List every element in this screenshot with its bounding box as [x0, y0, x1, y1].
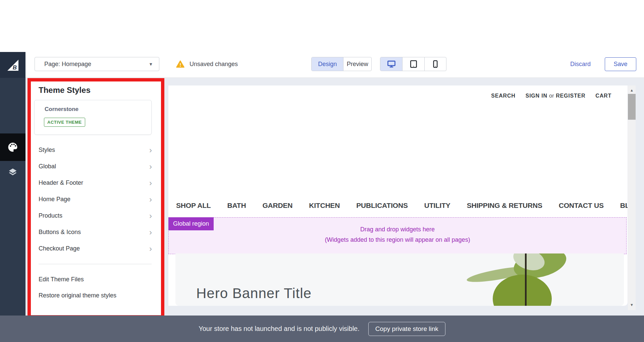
hero-banner-title: Hero Banner Title: [196, 285, 312, 301]
caret-down-icon: ▼: [149, 62, 153, 67]
storefront-cart-link[interactable]: CART: [595, 93, 611, 99]
palette-icon: [7, 141, 18, 153]
nav-item-garden[interactable]: GARDEN: [262, 202, 292, 210]
chevron-right-icon: ›: [149, 179, 152, 187]
storefront-signin-link[interactable]: SIGN IN: [526, 93, 547, 99]
tablet-view-button[interactable]: [402, 57, 424, 71]
storefront-register-link[interactable]: REGISTER: [556, 93, 585, 99]
nav-item-shipping-returns[interactable]: SHIPPING & RETURNS: [467, 202, 542, 210]
storefront-utility-nav: SEARCH SIGN IN or REGISTER CART: [491, 93, 611, 99]
topbar: Page: Homepage ▼ Unsaved changes Design …: [25, 52, 644, 78]
menu-item-home-page[interactable]: Home Page›: [31, 191, 161, 208]
plant-image: [460, 253, 588, 306]
copy-private-store-link-button[interactable]: Copy private store link: [368, 322, 445, 336]
nav-item-shop-all[interactable]: SHOP ALL: [176, 202, 211, 210]
theme-styles-menu: Styles› Global› Header & Footer› Home Pa…: [31, 142, 161, 257]
page-selector-value: Page: Homepage: [44, 61, 149, 68]
storefront-account-links: SIGN IN or REGISTER: [526, 93, 586, 99]
theme-name: Cornerstone: [45, 106, 78, 113]
chevron-right-icon: ›: [149, 228, 152, 236]
nav-item-utility[interactable]: UTILITY: [424, 202, 450, 210]
storefront-preview: SEARCH SIGN IN or REGISTER CART SHOP ALL…: [168, 86, 628, 306]
global-region-hint: Drag and drop widgets here (Widgets adde…: [169, 218, 626, 245]
phone-icon: [431, 59, 440, 69]
discard-button[interactable]: Discard: [570, 57, 591, 71]
global-region-dropzone[interactable]: Global region Drag and drop widgets here…: [168, 217, 627, 254]
bigcommerce-logo-icon: B: [6, 58, 19, 72]
nav-item-kitchen[interactable]: KITCHEN: [309, 202, 340, 210]
design-preview-toggle: Design Preview: [311, 57, 372, 71]
theme-styles-panel-highlight: Theme Styles Cornerstone ACTIVE THEME St…: [28, 78, 164, 319]
scrollbar-up-arrow[interactable]: ▲: [628, 88, 636, 92]
tablet-icon: [409, 59, 418, 69]
desktop-view-button[interactable]: [380, 57, 402, 71]
unsaved-changes-indicator: Unsaved changes: [176, 57, 238, 71]
sidebar-item-theme-styles-active[interactable]: [0, 133, 25, 161]
menu-item-checkout-page[interactable]: Checkout Page›: [31, 240, 161, 257]
preview-tab[interactable]: Preview: [343, 57, 371, 71]
chevron-right-icon: ›: [149, 245, 152, 253]
nav-item-blog[interactable]: BLOG: [620, 202, 628, 210]
panel-title: Theme Styles: [39, 86, 91, 95]
unsaved-changes-label: Unsaved changes: [190, 61, 238, 68]
bigcommerce-logo[interactable]: B: [0, 52, 25, 78]
theme-styles-panel: Theme Styles Cornerstone ACTIVE THEME St…: [31, 81, 161, 315]
restore-theme-styles-link[interactable]: Restore original theme styles: [39, 292, 116, 299]
storefront-search-link[interactable]: SEARCH: [491, 93, 515, 99]
save-button[interactable]: Save: [605, 57, 636, 71]
edit-theme-files-link[interactable]: Edit Theme Files: [39, 276, 84, 283]
menu-item-products[interactable]: Products›: [31, 208, 161, 224]
mobile-view-button[interactable]: [424, 57, 446, 71]
chevron-right-icon: ›: [149, 163, 152, 171]
design-tab[interactable]: Design: [312, 57, 343, 71]
panel-divider: [39, 264, 152, 264]
preview-scrollbar[interactable]: ▲ ▼: [628, 86, 636, 310]
storefront-main-nav: SHOP ALL BATH GARDEN KITCHEN PUBLICATION…: [176, 202, 628, 210]
menu-item-buttons-icons[interactable]: Buttons & Icons›: [31, 224, 161, 240]
chevron-right-icon: ›: [149, 146, 152, 154]
desktop-icon: [387, 59, 396, 69]
chevron-right-icon: ›: [149, 195, 152, 204]
device-toggle: [380, 57, 446, 71]
sidebar: B: [0, 52, 25, 316]
menu-item-header-footer[interactable]: Header & Footer›: [31, 175, 161, 191]
store-launch-message: Your store has not launched and is not p…: [199, 325, 360, 333]
page-selector-dropdown[interactable]: Page: Homepage ▼: [35, 57, 159, 71]
statusbar: Your store has not launched and is not p…: [0, 316, 644, 342]
warning-icon: [176, 60, 185, 69]
hero-banner[interactable]: Hero Banner Title: [175, 253, 624, 306]
svg-text:B: B: [13, 64, 17, 71]
nav-item-bath[interactable]: BATH: [227, 202, 246, 210]
global-region-label: Global region: [168, 217, 214, 230]
nav-item-contact-us[interactable]: CONTACT US: [559, 202, 604, 210]
active-theme-badge: ACTIVE THEME: [44, 118, 85, 127]
scrollbar-thumb[interactable]: [628, 94, 636, 120]
nav-item-publications[interactable]: PUBLICATIONS: [356, 202, 408, 210]
page-builder-app: B: [0, 0, 644, 342]
layers-icon: [8, 167, 18, 177]
scrollbar-down-arrow[interactable]: ▼: [628, 303, 636, 307]
chevron-right-icon: ›: [149, 212, 152, 220]
menu-item-styles[interactable]: Styles›: [31, 142, 161, 158]
active-theme-card[interactable]: Cornerstone ACTIVE THEME: [34, 100, 152, 135]
workspace: Theme Styles Cornerstone ACTIVE THEME St…: [25, 78, 644, 316]
sidebar-item-layers[interactable]: [0, 161, 25, 183]
menu-item-global[interactable]: Global›: [31, 158, 161, 175]
